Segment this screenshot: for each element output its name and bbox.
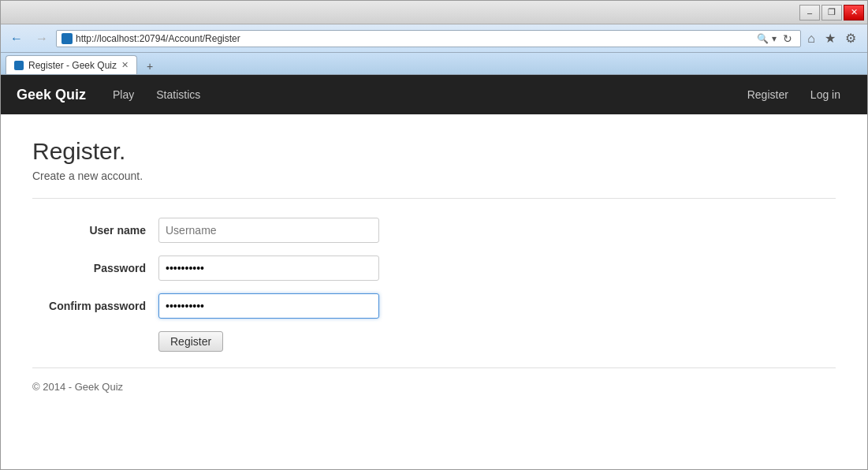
title-bar-buttons: – ❐ ✕ bbox=[799, 5, 864, 21]
password-label: Password bbox=[32, 262, 158, 274]
new-tab-button[interactable]: + bbox=[140, 58, 159, 74]
footer-divider bbox=[32, 367, 836, 368]
navbar: Geek Quiz Play Statistics Register Log i… bbox=[1, 75, 867, 114]
tab-close-icon[interactable]: ✕ bbox=[121, 60, 129, 70]
settings-icon[interactable]: ⚙ bbox=[842, 31, 859, 46]
navbar-right: Register Log in bbox=[736, 75, 851, 114]
tab-bar: Register - Geek Quiz ✕ + bbox=[1, 53, 867, 75]
address-input-wrap: http://localhost:20794/Account/Register … bbox=[56, 30, 801, 47]
register-form: User name Password Confirm password Regi… bbox=[32, 218, 474, 352]
minimize-button[interactable]: – bbox=[799, 5, 820, 21]
address-icon bbox=[61, 33, 73, 44]
address-bar: ← → http://localhost:20794/Account/Regis… bbox=[1, 24, 867, 53]
navbar-link-login[interactable]: Log in bbox=[799, 75, 851, 114]
username-input[interactable] bbox=[158, 218, 379, 243]
address-search-icon[interactable]: 🔍 bbox=[757, 33, 769, 44]
back-button[interactable]: ← bbox=[6, 29, 28, 48]
top-divider bbox=[32, 198, 836, 199]
tab-favicon bbox=[14, 61, 24, 70]
confirm-label: Confirm password bbox=[32, 300, 158, 312]
favorites-icon[interactable]: ★ bbox=[821, 31, 839, 46]
navbar-link-play[interactable]: Play bbox=[102, 75, 145, 114]
active-tab[interactable]: Register - Geek Quiz ✕ bbox=[6, 55, 137, 74]
page-subtitle: Create a new account. bbox=[32, 170, 836, 182]
navbar-links: Play Statistics bbox=[102, 75, 736, 114]
home-icon[interactable]: ⌂ bbox=[804, 32, 818, 46]
address-text: http://localhost:20794/Account/Register bbox=[76, 33, 754, 44]
confirm-row: Confirm password bbox=[32, 293, 474, 319]
username-label: User name bbox=[32, 224, 158, 237]
register-submit-button[interactable]: Register bbox=[158, 331, 223, 352]
browser-window: – ❐ ✕ ← → http://localhost:20794/Account… bbox=[0, 0, 868, 470]
navbar-link-register[interactable]: Register bbox=[736, 75, 799, 114]
password-input[interactable] bbox=[158, 256, 379, 281]
username-row: User name bbox=[32, 218, 474, 243]
tab-label: Register - Geek Quiz bbox=[28, 60, 117, 71]
address-dropdown-icon[interactable]: ▾ bbox=[772, 33, 777, 44]
submit-row: Register bbox=[158, 331, 474, 352]
navbar-link-statistics[interactable]: Statistics bbox=[145, 75, 211, 114]
browser-tools: ⌂ ★ ⚙ bbox=[804, 31, 862, 46]
refresh-icon[interactable]: ↻ bbox=[780, 32, 795, 45]
confirm-password-input[interactable] bbox=[158, 293, 379, 319]
close-button[interactable]: ✕ bbox=[844, 5, 864, 21]
page-title: Register. bbox=[32, 138, 836, 165]
restore-button[interactable]: ❐ bbox=[821, 5, 842, 21]
password-row: Password bbox=[32, 256, 474, 281]
footer-text: © 2014 - Geek Quiz bbox=[32, 381, 836, 393]
forward-button[interactable]: → bbox=[31, 29, 53, 48]
navbar-brand[interactable]: Geek Quiz bbox=[17, 87, 86, 103]
page-content: Register. Create a new account. User nam… bbox=[1, 114, 867, 469]
title-bar: – ❐ ✕ bbox=[1, 1, 867, 24]
